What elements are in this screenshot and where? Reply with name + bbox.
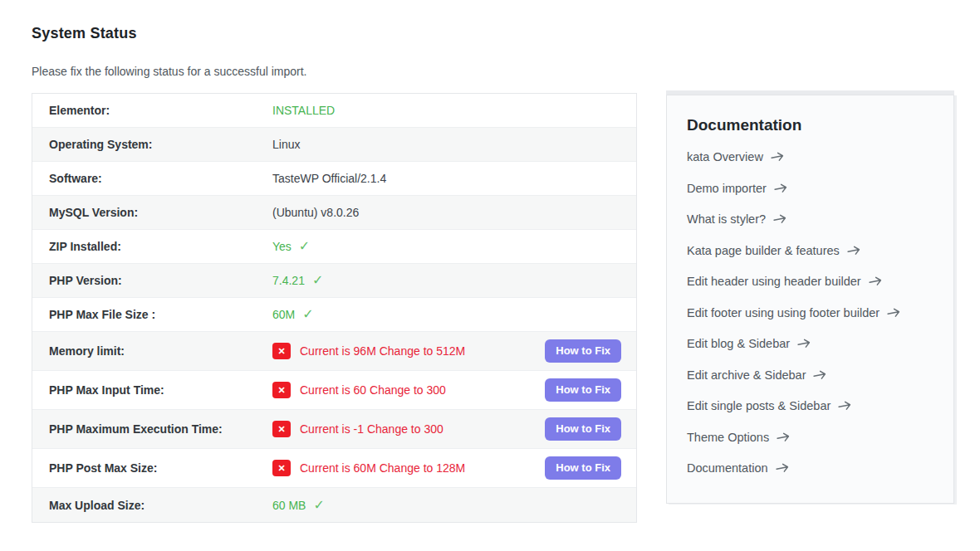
content-area: Elementor: INSTALLED Operating System: L… [32,93,980,523]
doc-link-label: Edit single posts & Sidebar [687,399,831,412]
page-subtitle: Please fix the following status for a su… [32,65,980,78]
doc-link-edit-archive-sidebar[interactable]: Edit archive & Sidebar [687,368,933,382]
doc-link-edit-header[interactable]: Edit header using header builder [687,275,933,288]
row-value: TasteWP Official/2.1.4 [272,172,386,185]
doc-link-edit-blog-sidebar[interactable]: Edit blog & Sidebar [687,337,933,350]
doc-link-label: Edit archive & Sidebar [687,368,806,382]
documentation-card: Documentation kata Overview Demo importe… [666,95,954,504]
arrow-right-icon [796,338,811,350]
arrow-right-icon [886,306,901,319]
doc-link-label: Edit header using header builder [687,275,861,288]
row-value: INSTALLED [272,104,335,117]
row-label: PHP Max Input Time: [32,383,272,397]
arrow-right-icon [772,213,787,226]
row-value: (Ubuntu) v8.0.26 [272,206,359,219]
doc-link-edit-footer[interactable]: Edit footer using using footer builder [687,306,933,319]
check-icon: ✓ [312,274,323,287]
system-status-page: System Status Please fix the following s… [0,0,980,523]
cross-icon: ✕ [272,343,291,359]
check-icon: ✓ [299,240,310,253]
table-row-php-max-input-time: PHP Max Input Time: ✕ Current is 60 Chan… [32,371,636,410]
row-label: PHP Maximum Execution Time: [32,422,272,436]
how-to-fix-button[interactable]: How to Fix [545,378,621,402]
doc-link-label: Edit blog & Sidebar [687,337,790,350]
cross-icon: ✕ [272,382,291,398]
cross-icon: ✕ [272,460,291,476]
row-label: Max Upload Size: [32,499,272,512]
check-icon: ✓ [302,308,313,321]
table-row-php-post-max-size: PHP Post Max Size: ✕ Current is 60M Chan… [32,449,636,488]
arrow-right-icon [837,400,852,412]
table-row-memory-limit: Memory limit: ✕ Current is 96M Change to… [32,332,636,371]
how-to-fix-button[interactable]: How to Fix [545,456,621,480]
doc-link-theme-options[interactable]: Theme Options [687,431,933,444]
page-title: System Status [32,25,980,42]
doc-link-kata-overview[interactable]: kata Overview [687,150,933,163]
table-row-zip-installed: ZIP Installed: Yes ✓ [32,230,636,264]
row-value: 7.4.21 [272,274,305,287]
arrow-right-icon [812,368,827,381]
row-label: Software: [32,172,272,185]
how-to-fix-button[interactable]: How to Fix [545,417,621,441]
doc-link-label: Kata page builder & features [687,244,840,257]
row-label: Elementor: [32,104,272,117]
row-label: PHP Post Max Size: [32,461,272,475]
arrow-right-icon [770,151,785,163]
documentation-title: Documentation [687,116,933,134]
doc-link-demo-importer[interactable]: Demo importer [687,182,933,195]
check-icon: ✓ [313,499,324,512]
error-message: Current is -1 Change to 300 [300,422,443,436]
how-to-fix-button[interactable]: How to Fix [545,339,621,363]
row-label: Operating System: [32,138,272,151]
error-message: Current is 60M Change to 128M [300,461,465,475]
row-label: PHP Version: [32,274,272,287]
error-message: Current is 60 Change to 300 [300,383,446,397]
error-message: Current is 96M Change to 512M [300,344,465,358]
table-row-elementor: Elementor: INSTALLED [32,94,636,128]
row-label: MySQL Version: [32,206,272,219]
row-label: Memory limit: [32,344,272,358]
table-row-php-maximum-execution-time: PHP Maximum Execution Time: ✕ Current is… [32,410,636,449]
table-row-mysql-version: MySQL Version: (Ubuntu) v8.0.26 [32,196,636,230]
doc-link-label: Demo importer [687,182,767,195]
doc-link-what-is-styler[interactable]: What is styler? [687,212,933,226]
row-label: ZIP Installed: [32,240,272,253]
table-row-php-version: PHP Version: 7.4.21 ✓ [32,264,636,298]
table-row-php-max-file-size: PHP Max File Size : 60M ✓ [32,298,636,332]
row-value: Yes [272,240,292,253]
doc-link-kata-page-builder[interactable]: Kata page builder & features [687,244,933,257]
row-value: 60 MB [272,499,306,512]
row-label: PHP Max File Size : [32,308,272,321]
doc-link-label: Documentation [687,461,768,475]
arrow-right-icon [846,244,861,256]
cross-icon: ✕ [272,421,291,437]
arrow-right-icon [776,431,791,443]
system-status-table: Elementor: INSTALLED Operating System: L… [32,93,637,523]
table-row-max-upload-size: Max Upload Size: 60 MB ✓ [32,488,636,522]
doc-link-label: What is styler? [687,212,766,226]
arrow-right-icon [775,462,790,475]
doc-link-label: kata Overview [687,150,763,163]
doc-link-label: Edit footer using using footer builder [687,306,880,319]
arrow-right-icon [868,276,883,288]
doc-link-edit-single-posts[interactable]: Edit single posts & Sidebar [687,399,933,412]
doc-link-label: Theme Options [687,431,769,444]
row-value: 60M [272,308,295,321]
table-row-software: Software: TasteWP Official/2.1.4 [32,162,636,196]
arrow-right-icon [773,182,788,194]
row-value: Linux [272,138,300,151]
doc-link-documentation[interactable]: Documentation [687,461,933,475]
table-row-operating-system: Operating System: Linux [32,128,636,162]
